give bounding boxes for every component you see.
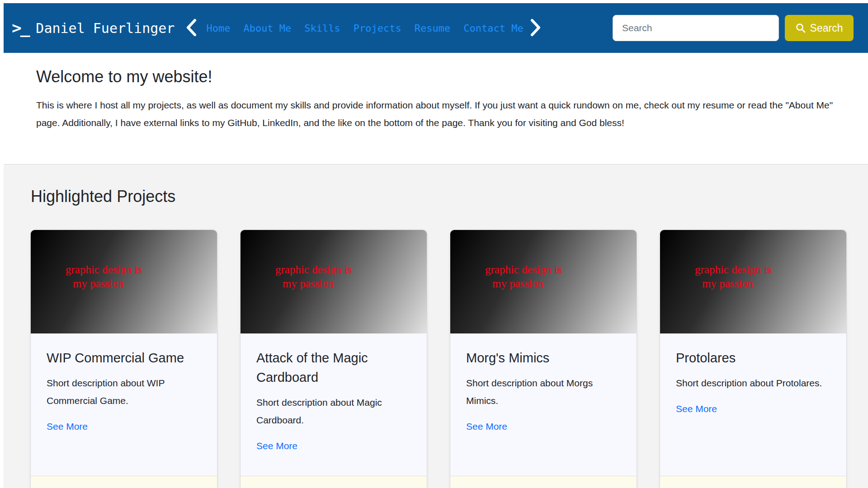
nav-link-skills[interactable]: Skills — [304, 23, 340, 34]
project-card-image: graphic design is my passion — [660, 230, 846, 333]
card-image-caption: graphic design is my passion — [241, 263, 427, 291]
project-card-image: graphic design is my passion — [31, 230, 217, 333]
see-more-link[interactable]: See More — [47, 421, 88, 432]
nav-link-about-me[interactable]: About Me — [243, 23, 291, 34]
projects-heading: Highlighted Projects — [31, 187, 868, 206]
project-card: graphic design is my passion Morg's Mimi… — [450, 230, 637, 488]
card-image-caption: graphic design is my passion — [660, 263, 846, 291]
nav-link-resume[interactable]: Resume — [415, 23, 450, 34]
projects-section: Highlighted Projects graphic design is m… — [4, 164, 868, 488]
card-title: WIP Commercial Game — [47, 348, 184, 368]
card-footer — [450, 476, 637, 488]
welcome-section: Welcome to my website! This is where I h… — [4, 53, 868, 164]
project-card-image: graphic design is my passion — [241, 230, 427, 333]
card-footer — [241, 476, 427, 488]
card-image-caption: graphic design is my passion — [450, 263, 637, 291]
terminal-icon: >_ — [12, 20, 28, 36]
project-cards-row: graphic design is my passion WIP Commerc… — [30, 230, 868, 488]
card-title: Morg's Mimics — [466, 348, 549, 368]
card-body: Attack of the Magic Cardboard Short desc… — [241, 333, 427, 476]
see-more-link[interactable]: See More — [256, 441, 297, 451]
nav-scroll-right-button[interactable] — [530, 18, 542, 39]
navbar: >_ Daniel Fuerlinger Home About Me Skill… — [4, 3, 868, 53]
card-body: Morg's Mimics Short description about Mo… — [450, 333, 637, 476]
card-description: Short description about Protolares. — [676, 374, 822, 392]
card-footer — [31, 476, 217, 488]
search-button-label: Search — [810, 22, 843, 34]
caption-line-2: my passion — [66, 277, 217, 291]
see-more-link[interactable]: See More — [466, 421, 507, 432]
search-icon — [796, 23, 806, 33]
card-body: WIP Commercial Game Short description ab… — [31, 333, 217, 476]
project-card: graphic design is my passion WIP Commerc… — [30, 230, 217, 488]
chevron-right-icon — [530, 18, 542, 39]
card-description: Short description about Magic Cardboard. — [256, 394, 411, 429]
card-title: Protolares — [676, 348, 736, 368]
nav-scroll-left-button[interactable] — [185, 18, 197, 39]
search-button[interactable]: Search — [785, 15, 854, 41]
brand-link[interactable]: >_ Daniel Fuerlinger — [12, 20, 175, 36]
caption-line-2: my passion — [275, 277, 427, 291]
page: >_ Daniel Fuerlinger Home About Me Skill… — [4, 3, 868, 488]
project-card: graphic design is my passion Attack of t… — [240, 230, 427, 488]
card-title: Attack of the Magic Cardboard — [256, 348, 411, 387]
card-body: Protolares Short description about Proto… — [660, 333, 846, 476]
brand-name: Daniel Fuerlinger — [36, 20, 175, 36]
nav-link-home[interactable]: Home — [206, 23, 230, 34]
caption-line-1: graphic design is — [485, 263, 637, 277]
caption-line-1: graphic design is — [66, 263, 217, 277]
card-description: Short description about Morgs Mimics. — [466, 374, 621, 409]
nav-link-contact-me[interactable]: Contact Me — [463, 23, 523, 34]
see-more-link[interactable]: See More — [676, 404, 717, 414]
search-input[interactable] — [613, 15, 779, 41]
project-card-image: graphic design is my passion — [450, 230, 637, 333]
welcome-heading: Welcome to my website! — [36, 67, 841, 86]
nav-link-projects[interactable]: Projects — [354, 23, 401, 34]
caption-line-1: graphic design is — [695, 263, 846, 277]
card-description: Short description about WIP Commercial G… — [47, 374, 201, 409]
card-image-caption: graphic design is my passion — [31, 263, 217, 291]
welcome-text: This is where I host all my projects, as… — [36, 96, 841, 131]
caption-line-2: my passion — [485, 277, 637, 291]
nav-links: Home About Me Skills Projects Resume Con… — [206, 23, 523, 34]
chevron-left-icon — [185, 18, 197, 39]
project-card: graphic design is my passion Protolares … — [660, 230, 847, 488]
card-footer — [660, 476, 846, 488]
caption-line-2: my passion — [695, 277, 846, 291]
caption-line-1: graphic design is — [275, 263, 427, 277]
